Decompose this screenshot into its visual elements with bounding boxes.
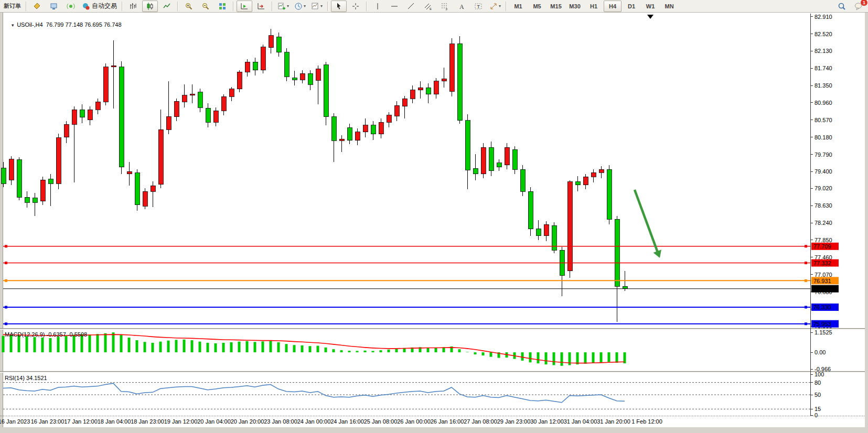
market-window-button[interactable] <box>46 1 62 12</box>
zoom-out-button[interactable] <box>198 1 213 12</box>
timeframe-m30[interactable]: M30 <box>566 1 584 12</box>
timeframe-m15-label: M15 <box>550 3 561 9</box>
notifications-button[interactable]: 1 <box>851 1 866 12</box>
autotrading-button[interactable]: 自动交易 <box>80 1 119 12</box>
collapse-icon[interactable]: ▼ <box>10 23 15 28</box>
line-handle[interactable] <box>805 262 807 264</box>
line-handle[interactable] <box>5 245 7 247</box>
line-chart-button[interactable] <box>159 1 175 12</box>
svg-text:18 Jan 04:00: 18 Jan 04:00 <box>98 418 131 425</box>
candle <box>245 62 250 72</box>
line-handle[interactable] <box>805 245 807 247</box>
line-handle[interactable] <box>5 262 7 264</box>
svg-text:E: E <box>430 7 432 10</box>
signals-button[interactable] <box>63 1 79 12</box>
candle <box>387 115 391 122</box>
timeframe-h1[interactable]: H1 <box>585 1 603 12</box>
svg-text:80.570: 80.570 <box>815 117 832 123</box>
search-button[interactable] <box>834 1 850 12</box>
candle <box>465 121 470 170</box>
order-tag-button[interactable] <box>29 1 45 12</box>
tile-windows-button[interactable] <box>215 1 230 12</box>
candle <box>237 72 242 89</box>
candle <box>363 125 368 132</box>
chart-title: ▼USOil-,H4 76.799 77.148 76.695 76.748 <box>4 15 122 34</box>
clock-icon <box>294 2 303 10</box>
new-order-button[interactable]: 新订单 <box>2 1 23 12</box>
candles-icon <box>146 2 154 10</box>
templates-button[interactable]: ▾ <box>309 1 325 12</box>
horizontal-line-button[interactable] <box>387 1 402 12</box>
candle <box>355 132 360 140</box>
crosshair-button[interactable] <box>348 1 363 12</box>
trendline-button[interactable] <box>403 1 419 12</box>
candle <box>505 147 509 165</box>
candle <box>324 65 328 117</box>
svg-text:79.400: 79.400 <box>815 168 832 175</box>
line-handle[interactable] <box>805 306 807 308</box>
candle <box>88 110 92 120</box>
monitor-icon <box>50 2 58 10</box>
timeframe-m5[interactable]: M5 <box>528 1 546 12</box>
candle <box>607 169 612 219</box>
candle <box>269 36 273 48</box>
chart-shift-button[interactable] <box>253 1 269 12</box>
svg-text:80: 80 <box>815 380 821 386</box>
svg-text:24 Jan 00:00: 24 Jan 00:00 <box>297 418 331 425</box>
candle <box>229 89 234 96</box>
candle <box>64 124 69 137</box>
timeframe-m1[interactable]: M1 <box>509 1 527 12</box>
svg-text:100: 100 <box>815 371 824 377</box>
indicators-button[interactable]: ▾ <box>275 1 291 12</box>
candle <box>1 168 6 183</box>
svg-text:31 Jan 20:00: 31 Jan 20:00 <box>597 418 630 425</box>
zoom-in-button[interactable] <box>181 1 197 12</box>
timeframe-d1[interactable]: D1 <box>623 1 640 12</box>
candlestick-button[interactable] <box>142 1 158 12</box>
line-handle[interactable] <box>805 322 807 325</box>
candle <box>80 110 84 117</box>
chevron-down-icon[interactable]: ▾ <box>287 4 289 8</box>
timeframe-w1-label: W1 <box>646 3 655 9</box>
svg-text:77.850: 77.850 <box>815 237 832 243</box>
line-handle[interactable] <box>5 306 7 308</box>
timeframe-h4[interactable]: H4 <box>604 1 621 12</box>
label-button[interactable]: T <box>470 1 486 12</box>
line-handle[interactable] <box>5 322 7 325</box>
autotrade-icon <box>82 2 90 10</box>
svg-text:16 Jan 23:00: 16 Jan 23:00 <box>31 418 65 425</box>
periods-button[interactable]: ▾ <box>292 1 308 12</box>
chevron-down-icon[interactable]: ▾ <box>304 4 306 8</box>
svg-text:0.00: 0.00 <box>815 349 826 355</box>
svg-text:20 Jan 04:00: 20 Jan 04:00 <box>197 418 231 425</box>
channel-button[interactable]: E <box>420 1 436 12</box>
candle <box>119 67 124 167</box>
chevron-down-icon[interactable]: ▾ <box>320 4 323 8</box>
candle <box>158 129 163 184</box>
zoom-out-icon <box>201 2 210 10</box>
arrows-icon <box>489 2 498 10</box>
chart-canvas[interactable]: 82.91082.52082.13081.74081.35080.96080.5… <box>0 13 868 433</box>
svg-text:20 Jan 20:00: 20 Jan 20:00 <box>231 418 264 425</box>
line-handle[interactable] <box>5 279 7 282</box>
bar-chart-button[interactable] <box>125 1 141 12</box>
timeframe-w1[interactable]: W1 <box>641 1 659 12</box>
toolbar: 新订单自动交易▾▾▾EFAT▾M1M5M15M30H1H4D1W1MN1 <box>0 0 868 13</box>
candle <box>442 79 446 81</box>
auto-scroll-button[interactable] <box>237 1 252 12</box>
line-handle[interactable] <box>805 279 807 282</box>
autotrading-button-label: 自动交易 <box>92 2 117 10</box>
text-button[interactable]: A <box>454 1 469 12</box>
timeframe-mn[interactable]: MN <box>660 1 678 12</box>
timeframe-m30-label: M30 <box>569 3 580 9</box>
timeframe-m15[interactable]: M15 <box>547 1 565 12</box>
vertical-line-button[interactable] <box>370 1 385 12</box>
arrows-button[interactable]: ▾ <box>487 1 503 12</box>
candle <box>292 78 297 80</box>
fibonacci-button[interactable]: F <box>437 1 453 12</box>
svg-text:F: F <box>446 8 448 10</box>
toolbar-separator <box>122 2 123 11</box>
tiles-icon <box>218 2 227 10</box>
chevron-down-icon[interactable]: ▾ <box>499 4 501 8</box>
cursor-button[interactable] <box>331 1 347 12</box>
